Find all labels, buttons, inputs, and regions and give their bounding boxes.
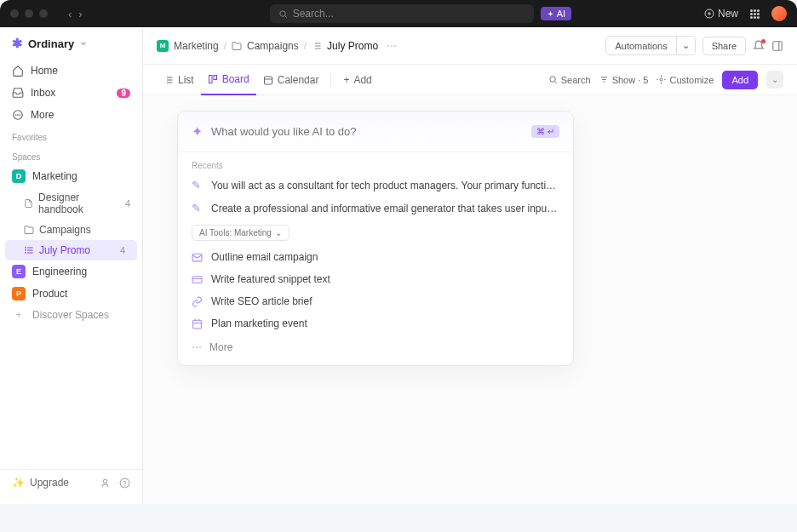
tab-board[interactable]: Board	[201, 65, 256, 95]
list-view-icon	[163, 75, 174, 85]
svg-rect-37	[192, 276, 202, 283]
share-button[interactable]: Share	[702, 37, 746, 55]
svg-point-35	[661, 78, 663, 81]
spaces-label: Spaces	[0, 146, 142, 165]
svg-point-14	[26, 253, 26, 254]
automations-dropdown[interactable]: ⌄	[677, 36, 696, 55]
svg-point-0	[280, 10, 285, 15]
nav-arrows: ‹ ›	[68, 8, 83, 20]
user-icon[interactable]	[100, 478, 111, 489]
svg-rect-26	[209, 76, 212, 83]
sidebar-doc-designer-handbook[interactable]: Designer handbook 4	[0, 187, 142, 220]
main-content: M Marketing / Campaigns / July Promo ⋯ A…	[143, 27, 797, 504]
ai-panel: ✦ ⌘ ↵ Recents ✎ You will act as a consul…	[177, 111, 574, 366]
add-task-dropdown[interactable]: ⌄	[766, 71, 783, 89]
search-icon	[548, 75, 558, 84]
card-icon	[192, 274, 204, 285]
upgrade-button[interactable]: Upgrade	[30, 477, 69, 489]
forward-button[interactable]: ›	[78, 8, 82, 20]
calendar-icon	[192, 318, 204, 329]
views-search[interactable]: Search	[548, 75, 591, 85]
ellipsis-icon: ⋯	[192, 341, 202, 353]
inbox-icon	[12, 87, 24, 99]
board-view-icon	[208, 74, 218, 84]
svg-line-1	[284, 15, 286, 17]
inbox-badge: 9	[117, 89, 130, 98]
space-icon: P	[12, 287, 26, 300]
folder-icon	[24, 225, 34, 235]
space-icon: D	[12, 169, 26, 183]
sidebar-folder-campaigns[interactable]: Campaigns	[0, 220, 142, 240]
ai-input-row: ✦ ⌘ ↵	[178, 112, 573, 152]
chevron-down-icon: ⌄	[275, 228, 282, 237]
favorites-label: Favorites	[0, 126, 142, 146]
space-product[interactable]: P Product	[0, 283, 142, 305]
home-icon	[12, 65, 24, 77]
ai-tool-seo[interactable]: Write SEO article brief	[178, 290, 573, 312]
panel-icon[interactable]	[771, 40, 783, 52]
more-icon	[12, 109, 24, 121]
tab-list[interactable]: List	[157, 66, 201, 94]
svg-point-17	[124, 485, 125, 486]
apps-icon[interactable]	[750, 9, 760, 19]
sidebar-list-july-promo[interactable]: July Promo 4	[5, 240, 137, 260]
add-task-button[interactable]: Add	[722, 71, 758, 89]
filter-icon	[599, 75, 609, 84]
ai-prompt-input[interactable]	[211, 125, 523, 138]
nav-home[interactable]: Home	[0, 60, 142, 82]
nav-inbox[interactable]: Inbox 9	[0, 82, 142, 104]
svg-rect-21	[773, 41, 783, 50]
svg-point-7	[18, 115, 19, 116]
pencil-icon: ✎	[192, 202, 204, 215]
space-engineering[interactable]: E Engineering	[0, 260, 142, 283]
ai-tools-chip[interactable]: AI Tools: Marketing ⌄	[192, 225, 290, 241]
nav-more[interactable]: More	[0, 104, 142, 126]
sidebar-footer: ✨ Upgrade	[0, 469, 142, 495]
recent-prompt[interactable]: ✎ You will act as a consultant for tech …	[178, 174, 573, 197]
help-icon[interactable]	[119, 478, 130, 489]
views-show[interactable]: Show · 5	[599, 75, 649, 85]
global-search[interactable]: Search...	[270, 4, 534, 23]
sparkle-icon: ✦	[192, 123, 203, 140]
search-icon	[278, 9, 288, 19]
new-button[interactable]: New	[704, 8, 738, 20]
space-icon: E	[12, 265, 26, 278]
search-placeholder: Search...	[293, 8, 334, 20]
svg-point-13	[26, 250, 26, 251]
breadcrumb-list[interactable]: July Promo	[327, 40, 378, 52]
ai-more[interactable]: ⋯ More	[178, 335, 573, 365]
discover-spaces[interactable]: + Discover Spaces	[0, 305, 142, 325]
automations-button[interactable]: Automations	[605, 36, 676, 55]
user-avatar[interactable]	[771, 6, 787, 21]
breadcrumb-space-icon: M	[157, 40, 169, 52]
titlebar: ‹ › Search... AI New	[0, 0, 797, 27]
workspace-logo-icon: ✱	[12, 36, 23, 51]
svg-point-15	[103, 479, 106, 483]
space-marketing[interactable]: D Marketing	[0, 165, 142, 187]
plus-icon: +	[12, 309, 26, 321]
ai-button[interactable]: AI	[541, 7, 571, 20]
notification-icon[interactable]	[753, 40, 765, 52]
chevron-down-icon	[79, 39, 88, 48]
add-view-button[interactable]: + Add	[336, 66, 378, 94]
breadcrumb-row: M Marketing / Campaigns / July Promo ⋯ A…	[143, 27, 797, 65]
svg-point-30	[550, 77, 555, 82]
ai-tool-snippet[interactable]: Write featured snippet text	[178, 268, 573, 290]
ai-tool-event[interactable]: Plan marketing event	[178, 312, 573, 335]
ai-tool-outline-email[interactable]: Outline email campaign	[178, 246, 573, 268]
plus-circle-icon	[704, 9, 714, 19]
views-customize[interactable]: Customize	[657, 75, 714, 85]
recent-prompt[interactable]: ✎ Create a professional and informative …	[178, 197, 573, 220]
svg-rect-28	[264, 77, 272, 84]
breadcrumb-folder[interactable]: Campaigns	[247, 40, 299, 52]
svg-rect-39	[193, 320, 202, 329]
breadcrumb-space[interactable]: Marketing	[174, 40, 219, 52]
recents-label: Recents	[178, 152, 573, 174]
breadcrumb-more-icon[interactable]: ⋯	[387, 40, 397, 52]
calendar-view-icon	[263, 75, 273, 85]
tab-calendar[interactable]: Calendar	[256, 66, 326, 94]
workspace-switcher[interactable]: ✱ Ordinary	[0, 36, 142, 60]
link-icon	[192, 296, 204, 307]
back-button[interactable]: ‹	[68, 8, 72, 20]
window-controls[interactable]	[10, 9, 48, 18]
